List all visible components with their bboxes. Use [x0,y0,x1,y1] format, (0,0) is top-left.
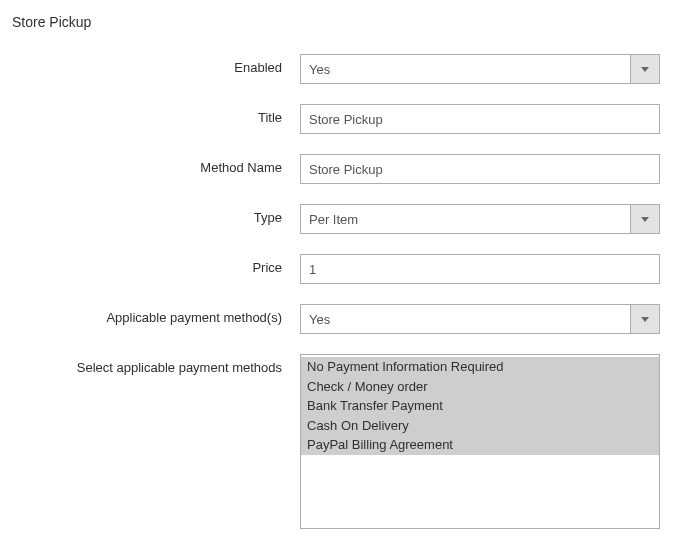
section-title: Store Pickup [12,14,667,30]
list-item[interactable]: Bank Transfer Payment [301,396,659,416]
list-item[interactable]: No Payment Information Required [301,357,659,377]
row-title: Title [10,104,667,134]
row-select-methods: Select applicable payment methods No Pay… [10,354,667,529]
row-method-name: Method Name [10,154,667,184]
payment-methods-multiselect[interactable]: No Payment Information Required Check / … [300,354,660,529]
label-applicable: Applicable payment method(s) [10,304,300,325]
enabled-select-value: Yes [300,54,660,84]
label-select-methods: Select applicable payment methods [10,354,300,375]
label-method-name: Method Name [10,154,300,175]
title-input[interactable] [300,104,660,134]
chevron-down-icon [630,54,660,84]
row-enabled: Enabled Yes [10,54,667,84]
list-item[interactable]: PayPal Billing Agreement [301,435,659,455]
list-item[interactable]: Cash On Delivery [301,416,659,436]
label-price: Price [10,254,300,275]
type-select[interactable]: Per Item [300,204,660,234]
label-title: Title [10,104,300,125]
label-type: Type [10,204,300,225]
chevron-down-icon [630,304,660,334]
row-applicable: Applicable payment method(s) Yes [10,304,667,334]
svg-marker-2 [641,317,649,322]
applicable-select[interactable]: Yes [300,304,660,334]
row-type: Type Per Item [10,204,667,234]
method-name-input[interactable] [300,154,660,184]
applicable-select-value: Yes [300,304,660,334]
row-price: Price [10,254,667,284]
price-input[interactable] [300,254,660,284]
enabled-select[interactable]: Yes [300,54,660,84]
label-enabled: Enabled [10,54,300,75]
list-item[interactable]: Check / Money order [301,377,659,397]
svg-marker-1 [641,217,649,222]
chevron-down-icon [630,204,660,234]
type-select-value: Per Item [300,204,660,234]
svg-marker-0 [641,67,649,72]
